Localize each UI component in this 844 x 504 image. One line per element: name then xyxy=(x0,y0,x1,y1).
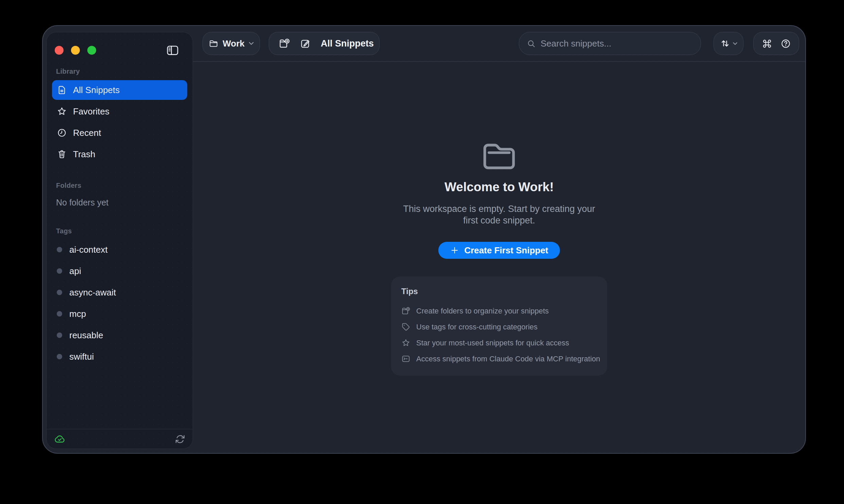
close-window-button[interactable] xyxy=(55,46,64,55)
tip-text: Create folders to organize your snippets xyxy=(416,307,549,316)
minimize-window-button[interactable] xyxy=(71,46,80,55)
toolbar-view-title: All Snippets xyxy=(321,38,374,49)
sort-arrows-icon xyxy=(720,38,731,49)
tag-item-mcp[interactable]: mcp xyxy=(52,304,187,324)
window-controls xyxy=(55,46,96,55)
terminal-icon xyxy=(401,354,410,363)
sidebar-item-favorites[interactable]: Favorites xyxy=(52,102,187,121)
sidebar-item-label: Favorites xyxy=(73,106,109,117)
welcome-subtitle-line2: first code snippet. xyxy=(403,215,595,226)
folder-icon xyxy=(209,39,218,49)
sidebar-item-recent[interactable]: Recent xyxy=(52,123,187,143)
tag-label: api xyxy=(69,266,81,276)
star-icon xyxy=(57,106,67,116)
cloud-sync-ok-icon xyxy=(54,433,66,445)
welcome-subtitle: This workspace is empty. Start by creati… xyxy=(403,203,595,226)
create-first-snippet-label: Create First Snippet xyxy=(464,245,548,256)
new-folder-button[interactable] xyxy=(279,38,290,49)
main-content: Welcome to Work! This workspace is empty… xyxy=(193,62,805,453)
sidebar-toggle-icon[interactable] xyxy=(165,43,180,57)
tag-label: swiftui xyxy=(69,352,94,362)
tag-dot-icon xyxy=(57,268,62,274)
tag-label: async-await xyxy=(69,287,116,298)
star-icon xyxy=(401,338,410,347)
welcome-subtitle-line1: This workspace is empty. Start by creati… xyxy=(403,203,595,215)
tip-row-folders: Create folders to organize your snippets xyxy=(401,303,597,319)
toolbar-actions: All Snippets xyxy=(269,32,380,55)
sort-button[interactable] xyxy=(714,32,743,55)
sidebar-content: Library All Snippets Favorites xyxy=(47,68,193,368)
tip-text: Use tags for cross-cutting categories xyxy=(416,323,538,331)
tip-row-star: Star your most-used snippets for quick a… xyxy=(401,335,597,351)
tags-section-header: Tags xyxy=(56,227,187,235)
new-snippet-button[interactable] xyxy=(300,38,311,49)
zoom-window-button[interactable] xyxy=(87,46,96,55)
sidebar-item-label: All Snippets xyxy=(73,85,120,95)
tag-dot-icon xyxy=(57,247,62,252)
sidebar-footer xyxy=(47,429,193,449)
refresh-icon[interactable] xyxy=(175,434,185,444)
tip-text: Access snippets from Claude Code via MCP… xyxy=(416,355,600,363)
tip-row-tags: Use tags for cross-cutting categories xyxy=(401,319,597,335)
tag-item-ai-context[interactable]: ai-context xyxy=(52,240,187,259)
tip-row-mcp: Access snippets from Claude Code via MCP… xyxy=(401,351,597,367)
tag-item-swiftui[interactable]: swiftui xyxy=(52,347,187,366)
search-field[interactable] xyxy=(519,32,701,55)
sidebar-item-all-snippets[interactable]: All Snippets xyxy=(52,80,187,100)
tag-item-api[interactable]: api xyxy=(52,261,187,281)
search-input[interactable] xyxy=(541,38,693,49)
chevron-down-icon xyxy=(249,42,254,45)
plus-icon xyxy=(450,246,459,255)
folder-plus-icon xyxy=(401,306,410,316)
app-window: Library All Snippets Favorites xyxy=(42,25,806,454)
sidebar-item-label: Recent xyxy=(73,128,101,138)
tag-dot-icon xyxy=(57,354,62,359)
sidebar-item-label: Trash xyxy=(73,149,95,160)
clock-icon xyxy=(57,128,67,138)
tag-dot-icon xyxy=(57,311,62,317)
workspace-name: Work xyxy=(223,38,245,49)
folders-empty-text: No folders yet xyxy=(56,198,187,208)
folders-section-header: Folders xyxy=(56,182,187,190)
library-section-header: Library xyxy=(56,68,187,75)
document-icon xyxy=(57,85,67,95)
welcome-title: Welcome to Work! xyxy=(444,180,553,194)
tag-icon xyxy=(401,322,410,331)
tag-item-async-await[interactable]: async-await xyxy=(52,283,187,302)
tips-card: Tips Create folders to organize your sni… xyxy=(391,276,607,376)
sidebar: Library All Snippets Favorites xyxy=(46,32,193,449)
command-shortcuts-button[interactable] xyxy=(762,38,772,49)
tip-text: Star your most-used snippets for quick a… xyxy=(416,339,569,347)
tag-label: ai-context xyxy=(69,245,108,255)
search-icon xyxy=(527,39,536,48)
tag-dot-icon xyxy=(57,332,62,338)
help-button[interactable] xyxy=(780,38,791,49)
tips-header: Tips xyxy=(401,287,597,296)
tag-label: mcp xyxy=(69,309,86,319)
tag-label: reusable xyxy=(69,330,103,341)
create-first-snippet-button[interactable]: Create First Snippet xyxy=(438,242,560,259)
chevron-down-icon xyxy=(733,42,737,45)
workspace-switcher[interactable]: Work xyxy=(203,32,260,55)
empty-folder-icon xyxy=(481,140,517,172)
sidebar-item-trash[interactable]: Trash xyxy=(52,144,187,164)
tag-item-reusable[interactable]: reusable xyxy=(52,325,187,345)
tag-dot-icon xyxy=(57,290,62,295)
system-buttons xyxy=(753,32,799,55)
trash-icon xyxy=(57,149,67,159)
